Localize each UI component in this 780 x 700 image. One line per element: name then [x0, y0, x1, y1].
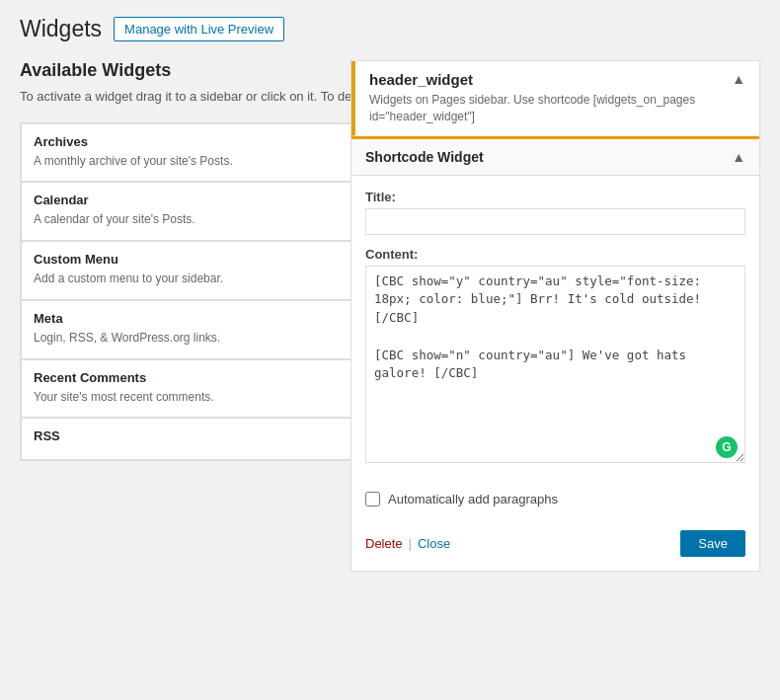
widget-desc: A calendar of your site's Posts. [34, 211, 377, 228]
title-input[interactable] [365, 208, 745, 235]
widget-form-collapse-icon[interactable]: ▲ [732, 149, 745, 165]
auto-paragraph-row: Automatically add paragraphs [351, 492, 759, 516]
sidebar-description: Widgets on Pages sidebar. Use shortcode … [369, 92, 732, 125]
sidebar-header-text: header_widget Widgets on Pages sidebar. … [369, 71, 732, 125]
content-textarea[interactable]: [CBC show="y" country="au" style="font-s… [365, 266, 745, 463]
widget-desc: Login, RSS, & WordPress.org links. [34, 330, 377, 347]
title-group: Title: [365, 190, 745, 235]
widget-desc: Add a custom menu to your sidebar. [34, 271, 377, 287]
widget-name: Calendar [34, 193, 377, 207]
widget-name: Meta [34, 311, 377, 326]
widget-desc: Your site's most recent comments. [34, 389, 377, 406]
sidebar-name: header_widget [369, 71, 732, 88]
widget-item-archives[interactable]: Archives A monthly archive of your site'… [21, 123, 390, 183]
widget-form-body: Title: Content: [CBC show="y" country="a… [351, 176, 759, 492]
grammarly-icon: G [716, 436, 738, 458]
auto-paragraph-label: Automatically add paragraphs [388, 492, 558, 506]
widget-item-calendar[interactable]: Calendar A calendar of your site's Posts… [21, 182, 390, 241]
title-label: Title: [365, 190, 745, 204]
sidebar-header: header_widget Widgets on Pages sidebar. … [351, 61, 759, 136]
delete-link[interactable]: Delete [365, 536, 403, 551]
widget-form-header: Shortcode Widget ▲ [351, 136, 759, 176]
live-preview-button[interactable]: Manage with Live Preview [114, 17, 284, 41]
sidebar-panel: header_widget Widgets on Pages sidebar. … [351, 60, 760, 572]
widget-item-rss[interactable]: RSS [21, 418, 390, 460]
footer-separator: | [409, 536, 412, 551]
widget-item-recent-comments[interactable]: Recent Comments Your site's most recent … [21, 359, 390, 419]
widget-item-custom-menu[interactable]: Custom Menu Add a custom menu to your si… [21, 241, 390, 300]
widget-name: RSS [34, 428, 377, 443]
widget-name: Custom Menu [34, 252, 377, 267]
content-group: Content: [CBC show="y" country="au" styl… [365, 247, 745, 466]
page-title: Widgets [20, 16, 102, 42]
widget-name: Archives [34, 134, 377, 149]
widget-desc: A monthly archive of your site's Posts. [34, 153, 377, 170]
sidebar-collapse-icon[interactable]: ▲ [732, 71, 745, 87]
widget-item-meta[interactable]: Meta Login, RSS, & WordPress.org links. [21, 300, 390, 359]
footer-links: Delete | Close [365, 536, 450, 551]
save-button[interactable]: Save [680, 530, 745, 557]
close-link[interactable]: Close [418, 536, 450, 551]
textarea-wrap: [CBC show="y" country="au" style="font-s… [365, 266, 745, 466]
widget-name: Recent Comments [34, 370, 377, 385]
auto-paragraph-checkbox[interactable] [365, 492, 380, 506]
content-label: Content: [365, 247, 745, 262]
widget-form-footer: Delete | Close Save [351, 530, 759, 571]
widget-form-title: Shortcode Widget [365, 149, 484, 165]
